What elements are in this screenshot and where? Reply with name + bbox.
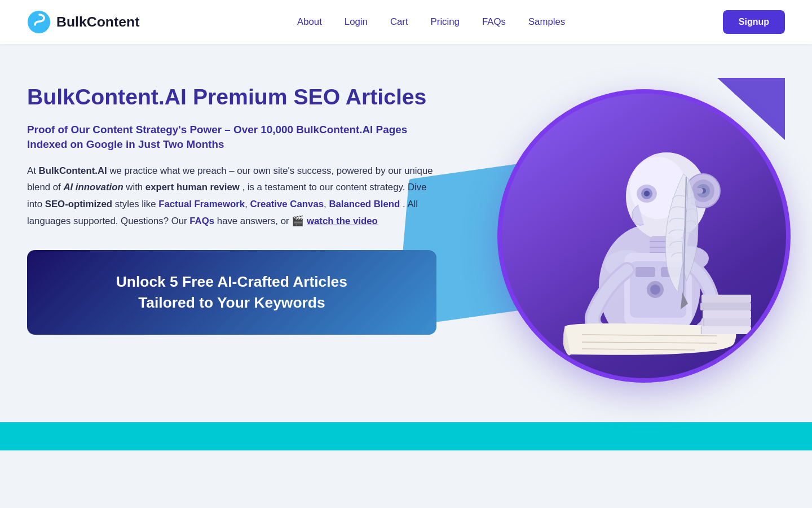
- svg-rect-37: [700, 303, 751, 310]
- svg-point-6: [644, 191, 650, 196]
- ai-bold: AI innovation: [63, 182, 123, 192]
- cta-line2: Tailored to Your Keywords: [138, 294, 325, 311]
- svg-rect-36: [703, 310, 751, 318]
- body-part4: styles like: [115, 199, 156, 209]
- hero-title: BulkContent.AI Premium SEO Articles: [27, 84, 436, 110]
- cta-box: Unlock 5 Free AI-Crafted Articles Tailor…: [27, 250, 436, 335]
- robot-svg-container: [502, 94, 786, 378]
- video-emoji-icon: 🎬: [292, 215, 304, 226]
- robot-svg: [514, 106, 774, 366]
- factual-framework-link[interactable]: Factual Framework: [158, 199, 245, 209]
- svg-rect-38: [701, 295, 751, 303]
- logo-text: BulkContent: [56, 14, 139, 30]
- brand-bold: BulkContent.AI: [39, 165, 107, 176]
- comma2: ,: [324, 199, 326, 209]
- body-part2: with: [126, 182, 143, 192]
- robot-illustration: [497, 89, 791, 383]
- logo-link[interactable]: BulkContent: [27, 10, 139, 34]
- hero-section: BulkContent.AI Premium SEO Articles Proo…: [0, 44, 812, 450]
- logo-icon: [27, 10, 51, 34]
- nav-samples[interactable]: Samples: [528, 16, 565, 27]
- hero-left: BulkContent.AI Premium SEO Articles Proo…: [27, 78, 436, 335]
- creative-canvas-link[interactable]: Creative Canvas: [250, 199, 324, 209]
- nav-login[interactable]: Login: [345, 16, 368, 27]
- cta-text: Unlock 5 Free AI-Crafted Articles Tailor…: [47, 271, 416, 313]
- cta-line1: Unlock 5 Free AI-Crafted Articles: [116, 273, 347, 290]
- expert-bold: expert human review: [145, 182, 240, 192]
- nav-pricing[interactable]: Pricing: [431, 16, 460, 27]
- comma1: ,: [245, 199, 248, 209]
- body-intro: At: [27, 165, 36, 176]
- nav-about[interactable]: About: [297, 16, 322, 27]
- svg-point-23: [650, 284, 660, 295]
- svg-rect-34: [700, 326, 751, 334]
- hero-right: [436, 78, 785, 383]
- faqs-link[interactable]: FAQs: [189, 216, 214, 226]
- watch-video-link[interactable]: watch the video: [307, 216, 378, 226]
- bottom-teal-bar: [0, 422, 812, 450]
- hero-body: At BulkContent.AI we practice what we pr…: [27, 163, 436, 230]
- signup-button[interactable]: Signup: [723, 10, 785, 34]
- nav-cart[interactable]: Cart: [390, 16, 408, 27]
- hero-subtitle: Proof of Our Content Strategy's Power – …: [27, 122, 436, 152]
- balanced-blend-link[interactable]: Balanced Blend: [329, 199, 400, 209]
- nav-faqs[interactable]: FAQs: [482, 16, 506, 27]
- body-part6: have answers, or: [217, 216, 289, 226]
- svg-rect-35: [701, 318, 751, 326]
- nav-links: About Login Cart Pricing FAQs Samples: [297, 16, 565, 28]
- svg-rect-20: [636, 267, 655, 277]
- seo-bold: SEO-optimized: [45, 199, 112, 209]
- navbar: BulkContent About Login Cart Pricing FAQ…: [0, 0, 812, 44]
